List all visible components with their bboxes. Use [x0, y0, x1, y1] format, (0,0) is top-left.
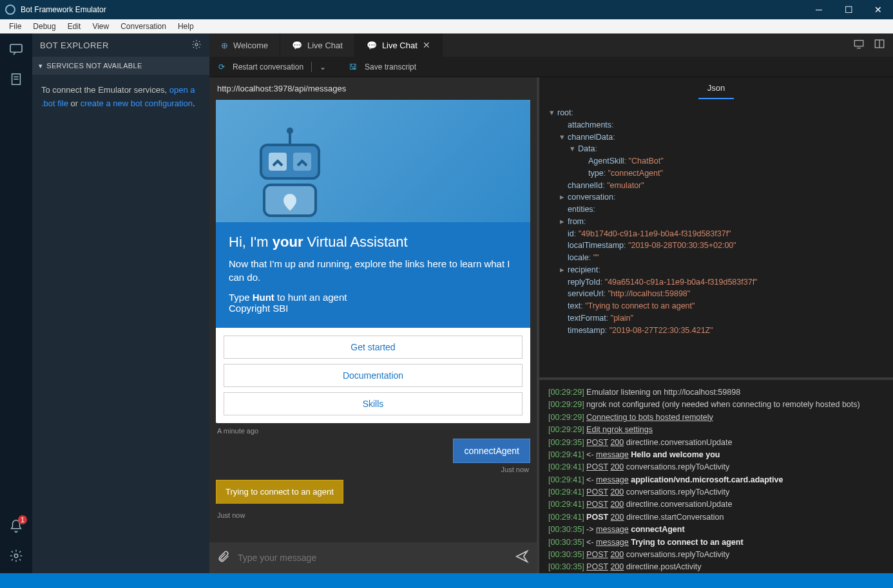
menu-edit[interactable]: Edit [62, 21, 86, 32]
save-icon: 🖫 [349, 62, 357, 71]
tab-welcome[interactable]: ⊕Welcome [209, 33, 280, 57]
restart-conversation-button[interactable]: Restart conversation [233, 62, 303, 71]
inspector-tabs: Json [539, 77, 893, 99]
editor-tabs: ⊕Welcome 💬Live Chat 💬Live Chat✕ [209, 33, 893, 57]
menu-conversation[interactable]: Conversation [115, 21, 171, 32]
log-panel[interactable]: [00:29:29] Emulator listening on http://… [539, 380, 893, 573]
svg-point-5 [195, 43, 198, 46]
card-documentation-button[interactable]: Documentation [224, 364, 523, 387]
endpoint-url: http://localhost:3978/api/messages [209, 77, 537, 100]
message-input[interactable] [238, 553, 507, 563]
svg-rect-0 [10, 44, 22, 52]
card-hero-image [216, 100, 530, 222]
inspector-tab-json[interactable]: Json [698, 78, 734, 99]
user-message[interactable]: connectAgent [453, 439, 530, 463]
sidebar-body: To connect the Emulator services, open a… [32, 75, 209, 120]
minimize-button[interactable]: ─ [804, 0, 834, 19]
notifications-icon[interactable] [8, 518, 24, 535]
sidebar-section-header[interactable]: ▾ SERVICES NOT AVAILABLE [32, 57, 209, 75]
split-editor-icon[interactable] [874, 38, 885, 52]
svg-point-4 [14, 554, 18, 558]
card-skills-button[interactable]: Skills [224, 392, 523, 415]
card-title: Hi, I'm your Virtual Assistant [229, 234, 517, 251]
tab-live-chat-1[interactable]: 💬Live Chat [280, 33, 355, 57]
chat-toolbar: ⟳ Restart conversation ⌄ 🖫 Save transcri… [209, 57, 893, 77]
card-get-started-button[interactable]: Get started [224, 336, 523, 359]
json-inspector[interactable]: ▾root: attachments: ▾channelData: ▾Data:… [539, 99, 893, 380]
svg-rect-6 [854, 41, 863, 46]
chat-column: http://localhost:3978/api/messages [209, 77, 539, 573]
chat-bubble-icon: 💬 [367, 41, 377, 50]
card-subtitle: Now that I'm up and running, explore the… [229, 257, 517, 284]
menu-view[interactable]: View [87, 21, 114, 32]
restart-icon: ⟳ [218, 62, 225, 71]
user-message-timestamp: Just now [209, 463, 537, 476]
menu-help[interactable]: Help [173, 21, 199, 32]
status-bar [0, 573, 893, 588]
attachment-icon[interactable] [217, 550, 230, 566]
adaptive-card: Hi, I'm your Virtual Assistant Now that … [216, 100, 530, 423]
create-bot-config-link[interactable]: create a new bot configuration [81, 99, 193, 108]
resources-icon[interactable] [8, 71, 24, 88]
bot-message-timestamp: Just now [209, 507, 537, 523]
globe-icon: ⊕ [221, 41, 228, 50]
message-input-bar [209, 542, 537, 573]
window-controls: ─ ☐ ✕ [804, 0, 893, 19]
chat-icon[interactable] [8, 41, 24, 58]
maximize-button[interactable]: ☐ [834, 0, 863, 19]
restart-dropdown-icon[interactable]: ⌄ [320, 62, 326, 71]
title-bar: Bot Framework Emulator ─ ☐ ✕ [0, 0, 893, 19]
close-button[interactable]: ✕ [863, 0, 893, 19]
settings-gear-icon[interactable] [8, 547, 24, 564]
window-title: Bot Framework Emulator [21, 5, 106, 14]
save-transcript-button[interactable]: Save transcript [365, 62, 416, 71]
chat-bubble-icon: 💬 [292, 41, 302, 50]
menu-debug[interactable]: Debug [28, 21, 61, 32]
send-icon[interactable] [515, 549, 529, 567]
presentation-icon[interactable] [853, 38, 865, 52]
tab-live-chat-2[interactable]: 💬Live Chat✕ [355, 33, 443, 57]
menu-bar: File Debug Edit View Conversation Help [0, 19, 893, 33]
sidebar-gear-icon[interactable] [191, 39, 202, 52]
card-timestamp: A minute ago [209, 423, 537, 439]
bot-message[interactable]: Trying to connect to an agent [216, 480, 343, 504]
app-icon [5, 5, 15, 15]
sidebar-title: BOT EXPLORER [40, 41, 109, 50]
svg-point-12 [287, 128, 293, 134]
chevron-down-icon: ▾ [39, 62, 43, 70]
menu-file[interactable]: File [4, 21, 26, 32]
activity-bar [0, 33, 32, 573]
bot-explorer-panel: BOT EXPLORER ▾ SERVICES NOT AVAILABLE To… [32, 33, 209, 573]
inspector-column: Json ▾root: attachments: ▾channelData: ▾… [539, 77, 893, 573]
close-tab-icon[interactable]: ✕ [423, 40, 430, 50]
